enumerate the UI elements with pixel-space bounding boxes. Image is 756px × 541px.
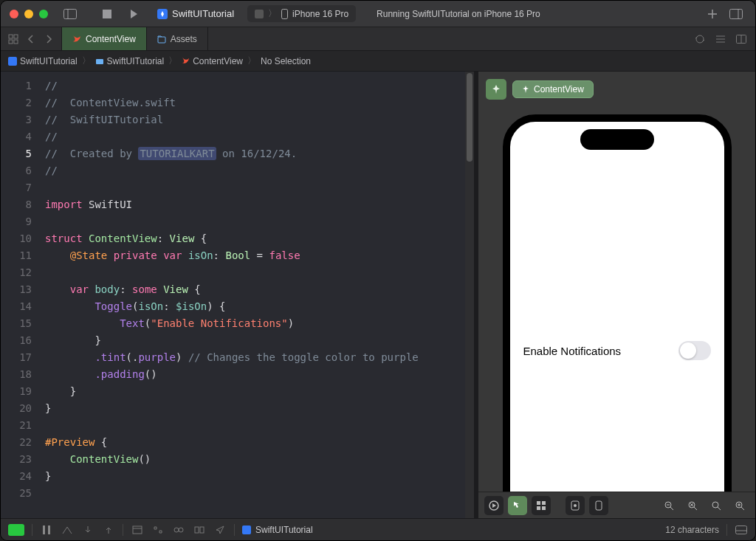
svg-rect-6 bbox=[730, 9, 743, 18]
variants-button[interactable] bbox=[532, 496, 551, 515]
svg-line-29 bbox=[694, 507, 697, 510]
swift-icon bbox=[182, 57, 190, 65]
location-button[interactable] bbox=[213, 526, 227, 534]
adjust-editor-button[interactable] bbox=[712, 30, 729, 48]
memory-button[interactable] bbox=[151, 526, 165, 534]
breadcrumb-seg[interactable]: SwiftUITutorial bbox=[107, 56, 165, 66]
breadcrumb-seg[interactable]: ContentView bbox=[193, 56, 243, 66]
chevron-right-icon: 〉 bbox=[168, 55, 177, 67]
editor-pane[interactable]: 1234 5 678910 1112131415 1617181920 2122… bbox=[1, 72, 474, 518]
library-button[interactable] bbox=[726, 5, 746, 23]
step-over-button[interactable] bbox=[61, 526, 74, 534]
preview-chip[interactable]: ContentView bbox=[512, 80, 594, 98]
svg-line-33 bbox=[718, 507, 721, 510]
add-button[interactable] bbox=[702, 5, 723, 23]
process-selector[interactable]: SwiftUITutorial bbox=[242, 525, 313, 535]
refresh-icon[interactable] bbox=[692, 30, 708, 48]
folder-icon bbox=[95, 57, 104, 66]
toggle-knob bbox=[680, 342, 696, 359]
breadcrumb-seg[interactable]: No Selection bbox=[261, 56, 311, 66]
close-window-button[interactable] bbox=[10, 10, 18, 18]
svg-rect-44 bbox=[195, 527, 199, 533]
breadcrumb-seg[interactable]: SwiftUITutorial bbox=[20, 56, 78, 66]
app-icon bbox=[8, 57, 17, 66]
svg-point-43 bbox=[179, 528, 183, 532]
svg-line-35 bbox=[741, 507, 744, 510]
toggle-sidebar-button[interactable] bbox=[60, 5, 80, 23]
code-editor[interactable]: // // ContentView.swift // SwiftUITutori… bbox=[39, 72, 425, 518]
run-button[interactable] bbox=[123, 5, 144, 23]
simulate-button[interactable] bbox=[193, 526, 206, 534]
preview-pane: ContentView Enable Notifications bbox=[478, 72, 755, 518]
svg-rect-18 bbox=[537, 501, 540, 505]
selectable-button[interactable] bbox=[508, 496, 527, 515]
main-split: 1234 5 678910 1112131415 1617181920 2122… bbox=[1, 72, 755, 518]
stop-button[interactable] bbox=[97, 5, 117, 23]
svg-rect-19 bbox=[542, 501, 546, 505]
build-status: Running SwiftUITutorial on iPhone 16 Pro bbox=[377, 9, 540, 19]
zoom-window-button[interactable] bbox=[39, 10, 48, 18]
window-controls bbox=[10, 10, 48, 18]
svg-rect-4 bbox=[255, 10, 264, 18]
app-icon bbox=[242, 526, 251, 534]
tab-label: ContentView bbox=[86, 34, 136, 44]
orientation-button[interactable] bbox=[589, 496, 608, 515]
debug-view-button[interactable] bbox=[131, 526, 144, 534]
svg-point-42 bbox=[174, 528, 179, 532]
step-out-button[interactable] bbox=[102, 526, 115, 534]
minimize-window-button[interactable] bbox=[24, 10, 33, 18]
svg-point-23 bbox=[574, 504, 577, 507]
toggle-debug-area-button[interactable] bbox=[735, 526, 748, 534]
environment-button[interactable] bbox=[172, 526, 185, 534]
svg-rect-15 bbox=[8, 57, 17, 66]
zoom-actual-button[interactable] bbox=[707, 496, 726, 515]
related-items-button[interactable] bbox=[5, 30, 21, 48]
preview-canvas[interactable]: Enable Notifications bbox=[478, 107, 755, 492]
pin-preview-button[interactable] bbox=[486, 79, 506, 100]
tab-assets[interactable]: Assets bbox=[147, 27, 208, 50]
device-settings-button[interactable] bbox=[566, 496, 585, 515]
selection-info: 12 characters bbox=[665, 525, 719, 535]
toggle-label: Enable Notifications bbox=[523, 345, 622, 357]
chevron-right-icon: 〉 bbox=[82, 55, 91, 67]
editor-scrollbar[interactable] bbox=[465, 72, 474, 518]
pause-button[interactable] bbox=[40, 526, 53, 534]
device-frame: Enable Notifications bbox=[503, 114, 732, 492]
preview-chip-label: ContentView bbox=[534, 84, 584, 94]
svg-rect-24 bbox=[596, 501, 602, 510]
chevron-right-icon: 〉 bbox=[247, 55, 256, 67]
live-button[interactable] bbox=[484, 496, 504, 515]
svg-rect-40 bbox=[133, 526, 142, 534]
zoom-fit-button[interactable] bbox=[683, 496, 702, 515]
app-icon bbox=[157, 9, 168, 19]
svg-rect-9 bbox=[14, 35, 18, 38]
back-button[interactable] bbox=[23, 30, 39, 48]
svg-rect-2 bbox=[103, 10, 111, 18]
svg-rect-0 bbox=[64, 9, 77, 18]
device-label: iPhone 16 Pro bbox=[292, 9, 348, 19]
breadcrumb[interactable]: SwiftUITutorial 〉 SwiftUITutorial 〉 Cont… bbox=[1, 51, 755, 72]
svg-rect-10 bbox=[9, 40, 13, 44]
scrollbar-thumb[interactable] bbox=[467, 73, 472, 162]
svg-rect-12 bbox=[158, 37, 165, 43]
svg-rect-46 bbox=[242, 526, 251, 534]
zoom-in-button[interactable] bbox=[730, 496, 749, 515]
destination-selector[interactable]: 〉 iPhone 16 Pro bbox=[247, 5, 356, 22]
notifications-toggle[interactable] bbox=[678, 341, 711, 360]
folder-icon bbox=[157, 35, 166, 44]
zoom-out-button[interactable] bbox=[659, 496, 678, 515]
svg-rect-21 bbox=[542, 506, 546, 510]
tab-contentview[interactable]: ContentView bbox=[62, 27, 147, 50]
pin-icon bbox=[492, 85, 501, 94]
add-editor-button[interactable] bbox=[733, 30, 749, 48]
scheme-selector[interactable]: SwiftUITutorial bbox=[150, 5, 241, 22]
debug-bar: SwiftUITutorial 12 characters bbox=[1, 518, 755, 540]
tabbar-nav bbox=[1, 27, 62, 50]
tabbar: ContentView Assets bbox=[1, 27, 755, 51]
line-gutter: 1234 5 678910 1112131415 1617181920 2122… bbox=[1, 72, 39, 518]
run-status-indicator[interactable] bbox=[8, 524, 24, 536]
step-into-button[interactable] bbox=[81, 526, 94, 534]
svg-rect-45 bbox=[200, 527, 204, 533]
forward-button[interactable] bbox=[41, 30, 57, 48]
preview-header: ContentView bbox=[478, 72, 755, 107]
